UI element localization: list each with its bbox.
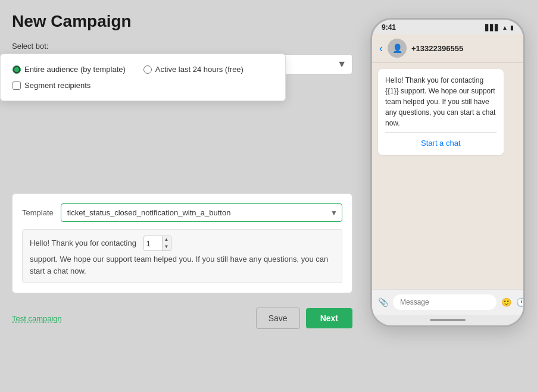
status-time: 9:41	[382, 23, 396, 32]
status-icons: ▋▋▋ ▲ ▮	[485, 24, 514, 31]
segment-recipients-label: Segment recipients	[24, 81, 90, 90]
chat-message-text: Hello! Thank you for contacting {{1}} su…	[385, 76, 495, 127]
home-bar	[430, 319, 466, 321]
bottom-actions: Test campaign Save Next	[12, 308, 352, 329]
template-row: Template ticket_status_closed_notificati…	[22, 203, 342, 222]
chat-message-bubble: Hello! Thank you for contacting {{1}} su…	[378, 69, 504, 155]
chat-header: ‹ 👤 +13322396555	[372, 34, 523, 63]
next-button[interactable]: Next	[306, 308, 352, 328]
space2	[174, 237, 176, 249]
start-chat-button[interactable]: Start a chat	[421, 139, 460, 148]
message-preview: Hello! Thank you for contacting ▲ ▼ supp…	[22, 229, 342, 283]
chat-input-bar: 📎 🙂 🕐 🎤	[372, 289, 523, 315]
space1	[139, 237, 141, 249]
spinner-down-button[interactable]: ▼	[163, 243, 171, 250]
avatar-icon: 👤	[392, 43, 402, 53]
start-chat-action: Start a chat	[385, 132, 497, 149]
spinner-up-button[interactable]: ▲	[163, 236, 171, 243]
template-select-wrapper: ticket_status_closed_notification_witn_a…	[61, 203, 342, 222]
variable-input[interactable]	[144, 239, 162, 249]
entire-audience-label: Entire audience (by template)	[24, 65, 126, 74]
chat-body: Hello! Thank you for contacting {{1}} su…	[372, 63, 523, 289]
segment-recipients-option[interactable]: Segment recipients	[13, 81, 273, 90]
emoji-icon[interactable]: 🙂	[501, 297, 511, 307]
test-campaign-button[interactable]: Test campaign	[12, 314, 62, 323]
attachment-icon[interactable]: 📎	[378, 297, 388, 307]
page-title: New Campaign	[12, 12, 352, 31]
dropdown-popup: Entire audience (by template) Active las…	[0, 54, 286, 101]
main-container: New Campaign Select bot: SendPulse ▼ Ent…	[0, 0, 537, 392]
active-audience-radio[interactable]	[143, 65, 152, 74]
phone-status-bar: 9:41 ▋▋▋ ▲ ▮	[372, 20, 523, 34]
back-arrow-icon[interactable]: ‹	[379, 42, 383, 55]
template-label: Template	[22, 208, 54, 217]
battery-icon: ▮	[510, 24, 514, 31]
action-buttons: Save Next	[256, 308, 352, 329]
phone-mockup: 9:41 ▋▋▋ ▲ ▮ ‹ 👤 +13322396555 Hello! Tha…	[370, 18, 525, 327]
chat-contact-name: +13322396555	[411, 44, 463, 53]
chat-avatar: 👤	[388, 39, 407, 58]
variable-spinner: ▲ ▼	[162, 236, 171, 250]
save-button[interactable]: Save	[256, 308, 300, 329]
message-text-1: Hello! Thank you for contacting	[30, 237, 136, 249]
variable-input-wrapper: ▲ ▼	[143, 236, 171, 251]
left-panel: New Campaign Select bot: SendPulse ▼ Ent…	[12, 12, 352, 329]
phone-home-indicator	[372, 315, 523, 325]
signal-icon: ▋▋▋	[485, 24, 499, 31]
active-audience-label: Active last 24 hours (free)	[155, 65, 243, 74]
audience-radio-group: Entire audience (by template) Active las…	[13, 65, 273, 74]
template-section: Template ticket_status_closed_notificati…	[12, 193, 352, 293]
message-preview-row: Hello! Thank you for contacting ▲ ▼ supp…	[30, 236, 335, 277]
active-audience-option[interactable]: Active last 24 hours (free)	[143, 65, 243, 74]
message-text-2: support. We hope our support team helped…	[30, 253, 335, 277]
template-select[interactable]: ticket_status_closed_notification_witn_a…	[61, 203, 342, 222]
entire-audience-radio[interactable]	[13, 65, 21, 74]
chat-input-field[interactable]	[393, 294, 497, 310]
clock-icon[interactable]: 🕐	[516, 297, 525, 307]
segment-recipients-checkbox[interactable]	[13, 81, 21, 90]
wifi-icon: ▲	[502, 24, 508, 31]
entire-audience-option[interactable]: Entire audience (by template)	[13, 65, 126, 74]
select-bot-label: Select bot:	[12, 42, 352, 51]
